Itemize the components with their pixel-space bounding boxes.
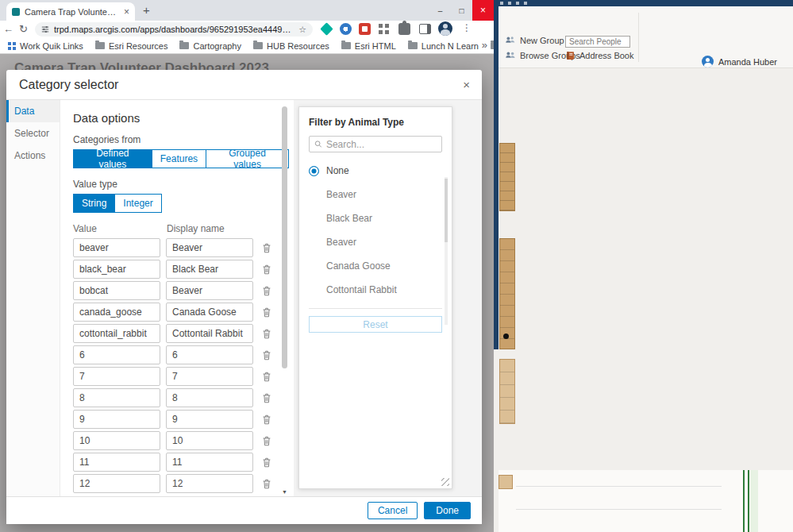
- display-name-input[interactable]: [166, 410, 253, 429]
- new-group-button[interactable]: New Group: [505, 35, 564, 46]
- browser-maximize-button[interactable]: □: [451, 0, 472, 21]
- display-name-input[interactable]: [166, 431, 253, 450]
- preview-search-input[interactable]: [326, 139, 437, 150]
- delete-row-button[interactable]: [259, 239, 275, 256]
- delete-row-button[interactable]: [259, 368, 275, 385]
- delete-row-button[interactable]: [259, 453, 275, 471]
- delete-row-button[interactable]: [259, 260, 275, 278]
- bookmark-item[interactable]: HUB Resources: [253, 41, 329, 51]
- none-option-row[interactable]: None: [309, 165, 442, 176]
- resize-handle-icon[interactable]: [441, 478, 449, 486]
- display-name-input[interactable]: [166, 453, 253, 472]
- bookmark-item[interactable]: Lunch N Learn: [408, 41, 479, 51]
- preview-search-box[interactable]: [309, 136, 442, 152]
- value-input[interactable]: [73, 260, 160, 279]
- dialog-tab-selector[interactable]: Selector: [6, 122, 60, 145]
- section-title: Data options: [73, 111, 289, 125]
- profile-avatar[interactable]: [438, 21, 452, 36]
- bookmark-item[interactable]: Esri HTML: [341, 41, 396, 51]
- value-input[interactable]: [73, 410, 160, 429]
- bookmark-item[interactable]: Esri Resources: [95, 41, 168, 51]
- display-name-input[interactable]: [166, 238, 253, 257]
- display-name-input[interactable]: [166, 388, 253, 407]
- browser-tab[interactable]: Camera Trap Volunteer Dashb... ×: [6, 2, 135, 21]
- dialog-tab-actions[interactable]: Actions: [6, 145, 60, 167]
- browser-minimize-button[interactable]: –: [429, 0, 451, 21]
- browser-close-button[interactable]: ×: [472, 0, 494, 21]
- value-type-option-integer[interactable]: Integer: [114, 194, 161, 213]
- side-panel-icon[interactable]: [419, 24, 431, 34]
- value-input[interactable]: [73, 281, 160, 300]
- new-group-label: New Group: [520, 36, 564, 45]
- categories-option-defined-values[interactable]: Defined values: [73, 149, 152, 168]
- url-text[interactable]: trpd.maps.arcgis.com/apps/dashboards/965…: [54, 25, 294, 34]
- bookmark-item[interactable]: Work Quik Links: [8, 41, 83, 51]
- value-input[interactable]: [73, 474, 160, 493]
- dialog-close-icon[interactable]: ×: [463, 78, 470, 91]
- delete-row-button[interactable]: [259, 346, 275, 364]
- address-book-button[interactable]: Address Book: [565, 50, 633, 61]
- delete-row-button[interactable]: [259, 432, 275, 449]
- delete-row-button[interactable]: [259, 282, 275, 299]
- extension-arcgis-icon[interactable]: [320, 22, 333, 36]
- extension-red-icon[interactable]: [359, 23, 371, 35]
- site-settings-icon[interactable]: [41, 25, 49, 33]
- delete-row-button[interactable]: [259, 475, 275, 492]
- back-icon[interactable]: ←: [3, 23, 13, 35]
- display-name-input[interactable]: [166, 260, 253, 279]
- reset-button[interactable]: Reset: [309, 316, 442, 333]
- display-name-input[interactable]: [166, 345, 253, 364]
- delete-row-button[interactable]: [259, 389, 275, 407]
- preview-list-item[interactable]: Beaver: [326, 237, 442, 248]
- preview-title: Filter by Animal Type: [309, 117, 442, 128]
- preview-list-item[interactable]: Black Bear: [326, 213, 442, 224]
- extensions-puzzle-icon[interactable]: [398, 23, 410, 35]
- search-people-input[interactable]: Search People: [565, 36, 630, 48]
- new-tab-button[interactable]: +: [143, 3, 150, 17]
- display-name-input[interactable]: [166, 303, 253, 322]
- categories-option-features[interactable]: Features: [152, 149, 206, 168]
- display-name-input[interactable]: [166, 367, 253, 386]
- address-bar[interactable]: trpd.maps.arcgis.com/apps/dashboards/965…: [35, 22, 313, 37]
- value-input[interactable]: [73, 388, 160, 407]
- preview-area: Filter by Animal Type None B: [294, 100, 482, 496]
- reload-icon[interactable]: ↻: [19, 23, 28, 35]
- preview-scrollbar[interactable]: [445, 177, 448, 325]
- value-input[interactable]: [73, 431, 160, 450]
- value-rows: [73, 238, 289, 493]
- preview-list-item[interactable]: Canada Goose: [326, 260, 442, 272]
- value-input[interactable]: [73, 303, 160, 322]
- value-input[interactable]: [73, 367, 160, 386]
- cancel-button[interactable]: Cancel: [368, 502, 418, 519]
- value-type-option-string[interactable]: String: [73, 194, 114, 213]
- bookmark-star-icon[interactable]: ☆: [298, 25, 306, 35]
- scroll-down-icon[interactable]: ▼: [282, 489, 287, 495]
- table-row-line: [516, 509, 722, 510]
- delete-row-button[interactable]: [259, 411, 275, 428]
- bookmark-item[interactable]: Cartography: [179, 41, 241, 51]
- dialog-scrollbar[interactable]: ▼: [281, 102, 289, 495]
- delete-row-button[interactable]: [259, 303, 275, 321]
- display-name-input[interactable]: [166, 281, 253, 300]
- extension-blue-icon[interactable]: [340, 23, 352, 35]
- delete-row-button[interactable]: [259, 325, 275, 342]
- done-button[interactable]: Done: [424, 502, 471, 519]
- bookmarks-overflow-icon[interactable]: »: [482, 39, 487, 51]
- radio-selected-icon[interactable]: [309, 166, 319, 176]
- preview-list-item[interactable]: Beaver: [326, 189, 442, 200]
- browser-menu-icon[interactable]: ⋮: [462, 22, 472, 33]
- value-input[interactable]: [73, 453, 160, 472]
- preview-list-item[interactable]: Cottontail Rabbit: [326, 284, 442, 295]
- value-input[interactable]: [73, 324, 160, 343]
- extension-grid-icon[interactable]: [378, 23, 390, 35]
- value-input[interactable]: [73, 238, 160, 257]
- folder-icon: [95, 42, 105, 49]
- value-input[interactable]: [73, 345, 160, 364]
- categories-option-grouped-values[interactable]: Grouped values: [206, 149, 289, 168]
- preview-scrollbar-thumb[interactable]: [445, 179, 448, 242]
- display-name-input[interactable]: [166, 474, 253, 493]
- tab-close-icon[interactable]: ×: [124, 6, 129, 17]
- dialog-tab-data[interactable]: Data: [6, 100, 60, 122]
- display-name-input[interactable]: [166, 324, 253, 343]
- scrollbar-thumb[interactable]: [282, 106, 287, 368]
